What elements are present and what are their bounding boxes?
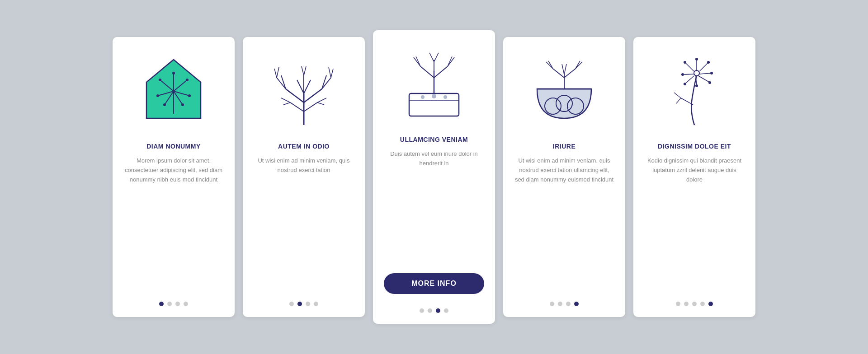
card-1-title: DIAM NONUMMY [146, 143, 201, 150]
svg-line-24 [331, 69, 333, 78]
svg-line-25 [329, 67, 331, 78]
svg-line-21 [304, 89, 322, 102]
svg-line-35 [317, 98, 326, 102]
svg-point-51 [443, 95, 447, 99]
card-2-title: AUTEM IN ODIO [278, 143, 330, 150]
svg-line-72 [683, 74, 694, 75]
dot [566, 302, 571, 306]
svg-point-12 [163, 103, 166, 106]
svg-line-30 [304, 66, 306, 75]
svg-line-32 [281, 98, 290, 102]
dot [692, 302, 697, 306]
svg-point-75 [707, 61, 710, 64]
card-3-text: Duis autem vel eum iriure dolor in hendr… [384, 149, 484, 266]
card-1-text: Morem ipsum dolor sit amet, consectetuer… [123, 156, 224, 291]
dot [558, 302, 562, 306]
svg-point-65 [694, 70, 699, 76]
svg-line-33 [283, 102, 290, 105]
svg-point-13 [181, 103, 184, 106]
dot [574, 302, 579, 306]
svg-line-20 [277, 67, 279, 78]
dot [297, 302, 302, 306]
card-1-dots [159, 302, 188, 306]
svg-line-23 [322, 75, 326, 89]
card-3-title: ULLAMCING VENIAM [400, 136, 468, 143]
dot [159, 302, 164, 306]
svg-point-11 [188, 94, 191, 97]
cards-container: DIAM NONUMMY Morem ipsum dolor sit amet,… [85, 19, 783, 335]
card-5-title: DIGNISSIM DOLOE EIT [658, 143, 731, 150]
card-2-dots [289, 302, 318, 306]
svg-line-43 [434, 66, 448, 78]
svg-line-60 [562, 64, 564, 75]
svg-point-10 [156, 94, 159, 97]
svg-line-48 [434, 53, 439, 62]
svg-line-68 [699, 73, 711, 74]
svg-point-50 [432, 94, 436, 98]
svg-point-76 [710, 72, 713, 75]
svg-line-16 [286, 89, 304, 102]
dot [420, 308, 424, 313]
dot [684, 302, 689, 306]
svg-point-9 [186, 79, 189, 81]
dot [676, 302, 680, 306]
card-3-dots [420, 308, 448, 313]
svg-point-74 [695, 58, 698, 61]
card-4-icon [528, 51, 600, 132]
dot [428, 308, 432, 313]
card-4-title: IRIURE [553, 143, 576, 150]
more-info-button[interactable]: MORE INFO [384, 273, 484, 294]
svg-line-61 [564, 64, 566, 75]
svg-line-73 [685, 63, 694, 71]
svg-line-27 [304, 80, 311, 93]
card-4-text: Ut wisi enim ad minim veniam, quis nostr… [514, 156, 614, 291]
card-5-text: Kodio dignissim qui blandit praesent lup… [644, 156, 745, 291]
svg-line-57 [564, 69, 576, 78]
svg-line-47 [429, 53, 434, 62]
card-1-icon [137, 51, 210, 132]
dot [175, 302, 180, 306]
svg-point-14 [172, 72, 175, 75]
dot [314, 302, 318, 306]
svg-line-34 [304, 102, 317, 112]
svg-line-22 [322, 78, 331, 89]
dot [708, 302, 713, 306]
svg-point-49 [421, 95, 425, 99]
dot [289, 302, 294, 306]
svg-line-29 [302, 66, 304, 75]
svg-line-71 [685, 76, 694, 84]
card-5: DIGNISSIM DOLOE EIT Kodio dignissim qui … [633, 37, 755, 317]
svg-line-18 [281, 75, 286, 89]
svg-line-54 [553, 69, 564, 78]
card-3: ULLAMCING VENIAM Duis autem vel eum iriu… [373, 30, 495, 324]
svg-point-8 [159, 79, 161, 81]
card-2-icon [268, 51, 340, 132]
dot [550, 302, 554, 306]
svg-line-83 [674, 93, 681, 98]
card-4: IRIURE Ut wisi enim ad minim veniam, qui… [503, 37, 625, 317]
svg-line-19 [274, 69, 277, 78]
dot [700, 302, 705, 306]
card-2: AUTEM IN ODIO Ut wisi enim ad minim veni… [243, 37, 365, 317]
card-2-text: Ut wisi enim ad minim veniam, quis nostr… [254, 156, 354, 291]
svg-line-67 [699, 63, 708, 71]
svg-line-69 [698, 76, 709, 82]
dot [167, 302, 172, 306]
card-5-icon [658, 51, 731, 132]
svg-line-17 [277, 78, 286, 89]
card-3-icon [398, 44, 470, 125]
dot [436, 308, 440, 313]
card-5-dots [676, 302, 713, 306]
dot [306, 302, 310, 306]
svg-point-79 [684, 83, 686, 85]
svg-point-81 [684, 61, 686, 64]
svg-line-40 [420, 66, 434, 78]
dot [444, 308, 448, 313]
card-4-dots [550, 302, 579, 306]
svg-line-31 [290, 102, 304, 112]
svg-line-84 [676, 98, 681, 103]
svg-point-77 [708, 81, 711, 84]
card-1: DIAM NONUMMY Morem ipsum dolor sit amet,… [113, 37, 235, 317]
dot [184, 302, 188, 306]
svg-point-80 [681, 73, 684, 76]
